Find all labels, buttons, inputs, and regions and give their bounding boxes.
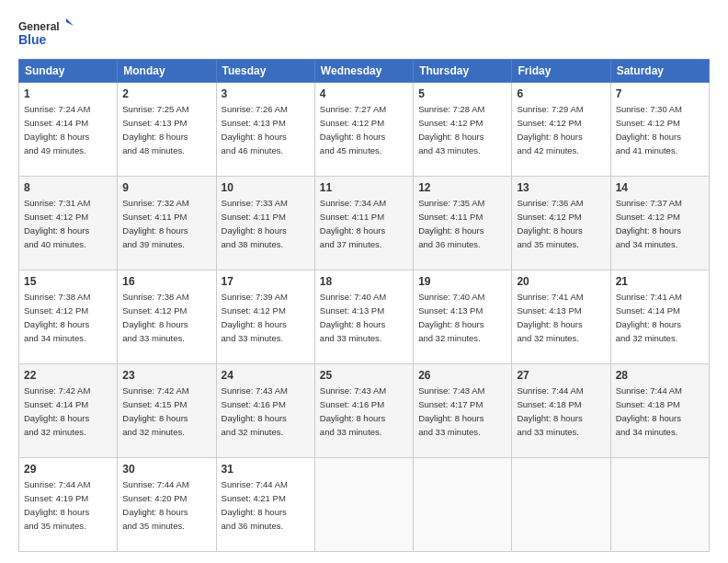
day-cell-2: 2Sunrise: 7:25 AMSunset: 4:13 PMDaylight… <box>118 83 216 177</box>
day-cell-6: 6Sunrise: 7:29 AMSunset: 4:12 PMDaylight… <box>512 83 610 177</box>
svg-marker-2 <box>66 18 74 26</box>
day-cell-15: 15Sunrise: 7:38 AMSunset: 4:12 PMDayligh… <box>19 270 118 364</box>
day-cell-14: 14Sunrise: 7:37 AMSunset: 4:12 PMDayligh… <box>610 177 709 270</box>
day-cell-28: 28Sunrise: 7:44 AMSunset: 4:18 PMDayligh… <box>610 364 709 458</box>
day-info: Sunrise: 7:33 AMSunset: 4:11 PMDaylight:… <box>222 198 288 248</box>
day-info: Sunrise: 7:36 AMSunset: 4:12 PMDaylight:… <box>517 198 583 248</box>
day-number: 2 <box>122 86 210 101</box>
day-info: Sunrise: 7:43 AMSunset: 4:17 PMDaylight:… <box>418 385 484 436</box>
day-number: 28 <box>616 368 704 383</box>
svg-text:Blue: Blue <box>18 32 47 47</box>
week-row-2: 8Sunrise: 7:31 AMSunset: 4:12 PMDaylight… <box>19 177 710 270</box>
day-cell-29: 29Sunrise: 7:44 AMSunset: 4:19 PMDayligh… <box>19 458 118 552</box>
day-info: Sunrise: 7:41 AMSunset: 4:14 PMDaylight:… <box>616 292 682 342</box>
page: General Blue SundayMondayTuesdayWednesda… <box>0 0 728 563</box>
day-info: Sunrise: 7:42 AMSunset: 4:15 PMDaylight:… <box>122 385 188 436</box>
day-cell-12: 12Sunrise: 7:35 AMSunset: 4:11 PMDayligh… <box>414 177 512 270</box>
day-number: 16 <box>122 274 210 289</box>
day-number: 17 <box>222 274 310 289</box>
day-cell-23: 23Sunrise: 7:42 AMSunset: 4:15 PMDayligh… <box>118 364 216 458</box>
day-info: Sunrise: 7:32 AMSunset: 4:11 PMDaylight:… <box>122 198 188 248</box>
empty-cell <box>512 458 610 552</box>
day-info: Sunrise: 7:43 AMSunset: 4:16 PMDaylight:… <box>320 385 386 436</box>
day-info: Sunrise: 7:44 AMSunset: 4:20 PMDaylight:… <box>122 479 188 530</box>
weekday-thursday: Thursday <box>414 60 512 83</box>
day-number: 21 <box>616 274 704 289</box>
day-cell-11: 11Sunrise: 7:34 AMSunset: 4:11 PMDayligh… <box>314 177 413 270</box>
day-cell-3: 3Sunrise: 7:26 AMSunset: 4:13 PMDaylight… <box>216 83 314 177</box>
day-number: 6 <box>517 86 605 101</box>
day-cell-22: 22Sunrise: 7:42 AMSunset: 4:14 PMDayligh… <box>19 364 118 458</box>
day-cell-20: 20Sunrise: 7:41 AMSunset: 4:13 PMDayligh… <box>512 270 610 364</box>
day-info: Sunrise: 7:44 AMSunset: 4:18 PMDaylight:… <box>517 385 583 436</box>
day-info: Sunrise: 7:44 AMSunset: 4:18 PMDaylight:… <box>616 385 682 436</box>
calendar-table: SundayMondayTuesdayWednesdayThursdayFrid… <box>18 59 710 552</box>
day-number: 10 <box>222 180 310 195</box>
day-number: 12 <box>418 180 506 195</box>
day-info: Sunrise: 7:25 AMSunset: 4:13 PMDaylight:… <box>122 104 188 155</box>
day-info: Sunrise: 7:43 AMSunset: 4:16 PMDaylight:… <box>222 385 288 436</box>
day-number: 5 <box>418 86 506 101</box>
day-cell-4: 4Sunrise: 7:27 AMSunset: 4:12 PMDaylight… <box>314 83 413 177</box>
day-info: Sunrise: 7:44 AMSunset: 4:21 PMDaylight:… <box>222 479 288 530</box>
weekday-saturday: Saturday <box>610 60 709 83</box>
day-cell-31: 31Sunrise: 7:44 AMSunset: 4:21 PMDayligh… <box>216 458 314 552</box>
day-number: 3 <box>222 86 310 101</box>
day-info: Sunrise: 7:37 AMSunset: 4:12 PMDaylight:… <box>616 198 682 248</box>
day-number: 20 <box>517 274 605 289</box>
week-row-5: 29Sunrise: 7:44 AMSunset: 4:19 PMDayligh… <box>19 458 710 552</box>
day-number: 11 <box>320 180 408 195</box>
day-number: 4 <box>320 86 408 101</box>
week-row-4: 22Sunrise: 7:42 AMSunset: 4:14 PMDayligh… <box>19 364 710 458</box>
weekday-tuesday: Tuesday <box>216 60 314 83</box>
day-info: Sunrise: 7:44 AMSunset: 4:19 PMDaylight:… <box>24 479 90 530</box>
day-cell-26: 26Sunrise: 7:43 AMSunset: 4:17 PMDayligh… <box>414 364 512 458</box>
day-info: Sunrise: 7:24 AMSunset: 4:14 PMDaylight:… <box>24 104 90 155</box>
day-cell-5: 5Sunrise: 7:28 AMSunset: 4:12 PMDaylight… <box>414 83 512 177</box>
day-info: Sunrise: 7:28 AMSunset: 4:12 PMDaylight:… <box>418 104 484 155</box>
day-info: Sunrise: 7:31 AMSunset: 4:12 PMDaylight:… <box>24 198 90 248</box>
day-number: 8 <box>24 180 112 195</box>
day-info: Sunrise: 7:38 AMSunset: 4:12 PMDaylight:… <box>24 292 90 342</box>
weekday-friday: Friday <box>512 60 610 83</box>
day-info: Sunrise: 7:41 AMSunset: 4:13 PMDaylight:… <box>517 292 583 342</box>
day-cell-10: 10Sunrise: 7:33 AMSunset: 4:11 PMDayligh… <box>216 177 314 270</box>
weekday-wednesday: Wednesday <box>314 60 413 83</box>
day-number: 19 <box>418 274 506 289</box>
day-number: 22 <box>24 368 112 383</box>
day-info: Sunrise: 7:42 AMSunset: 4:14 PMDaylight:… <box>24 385 90 436</box>
day-number: 13 <box>517 180 605 195</box>
day-info: Sunrise: 7:26 AMSunset: 4:13 PMDaylight:… <box>222 104 288 155</box>
day-number: 30 <box>122 462 210 477</box>
day-cell-27: 27Sunrise: 7:44 AMSunset: 4:18 PMDayligh… <box>512 364 610 458</box>
day-info: Sunrise: 7:29 AMSunset: 4:12 PMDaylight:… <box>517 104 583 155</box>
day-cell-18: 18Sunrise: 7:40 AMSunset: 4:13 PMDayligh… <box>314 270 413 364</box>
day-cell-25: 25Sunrise: 7:43 AMSunset: 4:16 PMDayligh… <box>314 364 413 458</box>
day-info: Sunrise: 7:38 AMSunset: 4:12 PMDaylight:… <box>122 292 188 342</box>
day-number: 29 <box>24 462 112 477</box>
day-cell-16: 16Sunrise: 7:38 AMSunset: 4:12 PMDayligh… <box>118 270 216 364</box>
empty-cell <box>314 458 413 552</box>
empty-cell <box>414 458 512 552</box>
day-info: Sunrise: 7:35 AMSunset: 4:11 PMDaylight:… <box>418 198 484 248</box>
week-row-3: 15Sunrise: 7:38 AMSunset: 4:12 PMDayligh… <box>19 270 710 364</box>
day-number: 25 <box>320 368 408 383</box>
day-number: 7 <box>616 86 704 101</box>
day-number: 14 <box>616 180 704 195</box>
day-cell-24: 24Sunrise: 7:43 AMSunset: 4:16 PMDayligh… <box>216 364 314 458</box>
day-info: Sunrise: 7:34 AMSunset: 4:11 PMDaylight:… <box>320 198 386 248</box>
day-cell-8: 8Sunrise: 7:31 AMSunset: 4:12 PMDaylight… <box>19 177 118 270</box>
day-cell-19: 19Sunrise: 7:40 AMSunset: 4:13 PMDayligh… <box>414 270 512 364</box>
day-cell-1: 1Sunrise: 7:24 AMSunset: 4:14 PMDaylight… <box>19 83 118 177</box>
day-info: Sunrise: 7:40 AMSunset: 4:13 PMDaylight:… <box>418 292 484 342</box>
day-info: Sunrise: 7:30 AMSunset: 4:12 PMDaylight:… <box>616 104 682 155</box>
day-info: Sunrise: 7:27 AMSunset: 4:12 PMDaylight:… <box>320 104 386 155</box>
day-info: Sunrise: 7:40 AMSunset: 4:13 PMDaylight:… <box>320 292 386 342</box>
day-number: 15 <box>24 274 112 289</box>
day-number: 1 <box>24 86 112 101</box>
weekday-sunday: Sunday <box>19 60 118 83</box>
day-cell-9: 9Sunrise: 7:32 AMSunset: 4:11 PMDaylight… <box>118 177 216 270</box>
day-cell-21: 21Sunrise: 7:41 AMSunset: 4:14 PMDayligh… <box>610 270 709 364</box>
day-cell-7: 7Sunrise: 7:30 AMSunset: 4:12 PMDaylight… <box>610 83 709 177</box>
day-number: 27 <box>517 368 605 383</box>
